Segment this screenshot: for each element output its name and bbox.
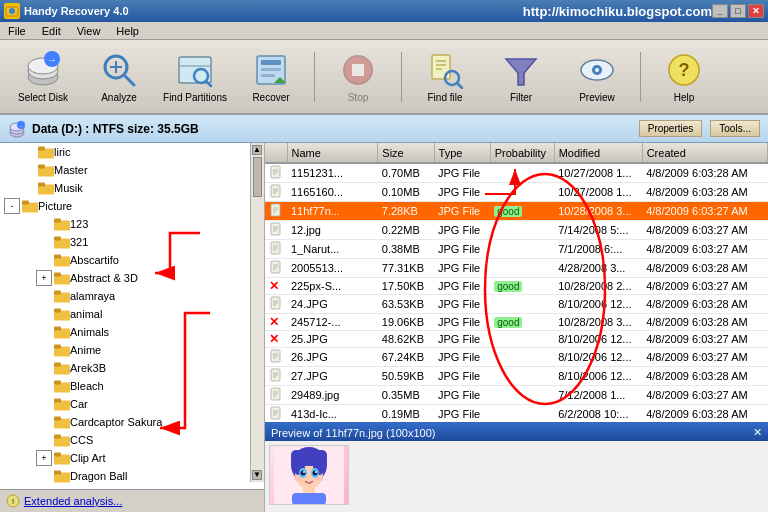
file-scroll[interactable]: Name Size Type Probability Modified Crea… xyxy=(265,143,768,422)
tree-item-liric[interactable]: liric xyxy=(0,143,264,161)
row-created-cell: 4/8/2009 6:03:28 AM xyxy=(642,405,767,423)
table-row[interactable]: 1151231...0.70MBJPG File10/27/2008 1...4… xyxy=(265,163,768,183)
row-created-cell: 4/8/2009 6:03:28 AM xyxy=(642,163,767,183)
menu-edit[interactable]: Edit xyxy=(38,25,65,37)
analyze-button[interactable]: Analyze xyxy=(84,44,154,109)
row-modified-cell: 6/2/2008 10:... xyxy=(554,405,642,423)
row-type-cell: JPG File xyxy=(434,386,490,405)
svg-point-137 xyxy=(316,477,324,481)
col-status[interactable] xyxy=(265,143,287,163)
table-row[interactable]: ✕25.JPG48.62KBJPG File8/10/2006 12...4/8… xyxy=(265,331,768,348)
table-row[interactable]: 11hf77n...7.28KBJPG Filegood10/28/2008 3… xyxy=(265,202,768,221)
svg-rect-58 xyxy=(54,309,61,313)
table-row[interactable]: 2005513...77.31KBJPG File4/28/2008 3...4… xyxy=(265,259,768,278)
row-created-cell: 4/8/2009 6:03:27 AM xyxy=(642,348,767,367)
svg-rect-46 xyxy=(22,201,29,205)
folder-icon-anime xyxy=(54,343,70,357)
tree-item-abscartifo[interactable]: Abscartifo xyxy=(0,251,264,269)
table-row[interactable]: ✕225px-S...17.50KBJPG Filegood10/28/2008… xyxy=(265,278,768,295)
tree-item-animal[interactable]: animal xyxy=(0,305,264,323)
svg-rect-74 xyxy=(54,453,61,457)
tree-item-musik[interactable]: Musik xyxy=(0,179,264,197)
no-expand-master xyxy=(20,162,36,178)
tree-item-car[interactable]: Car xyxy=(0,395,264,413)
close-button[interactable]: ✕ xyxy=(748,4,764,18)
preview-close-button[interactable]: ✕ xyxy=(753,426,762,439)
table-row[interactable]: 413d-Ic...0.19MBJPG File6/2/2008 10:...4… xyxy=(265,405,768,423)
find-partitions-button[interactable]: Find Partitions xyxy=(160,44,230,109)
row-status-cell xyxy=(265,183,287,202)
tree-item-clipart[interactable]: + Clip Art xyxy=(0,449,264,467)
table-row[interactable]: 1165160...0.10MBJPG File10/27/2008 1...4… xyxy=(265,183,768,202)
col-size[interactable]: Size xyxy=(378,143,434,163)
expand-abstract3d[interactable]: + xyxy=(36,270,52,286)
help-icon: ? xyxy=(664,50,704,90)
tree-label-master: Master xyxy=(54,164,88,176)
col-modified[interactable]: Modified xyxy=(554,143,642,163)
stop-button[interactable]: Stop xyxy=(323,44,393,109)
filter-button[interactable]: Filter xyxy=(486,44,556,109)
row-name-cell: 29489.jpg xyxy=(287,386,378,405)
good-badge: good xyxy=(494,317,522,328)
tools-button[interactable]: Tools... xyxy=(710,120,760,137)
table-row[interactable]: 27.JPG50.59KBJPG File8/10/2006 12...4/8/… xyxy=(265,367,768,386)
table-row[interactable]: 24.JPG63.53KBJPG File8/10/2006 12...4/8/… xyxy=(265,295,768,314)
help-label: Help xyxy=(674,92,695,103)
table-row[interactable]: 1_Narut...0.38MBJPG File7/1/2008 6:...4/… xyxy=(265,240,768,259)
col-created[interactable]: Created xyxy=(642,143,767,163)
menu-help[interactable]: Help xyxy=(112,25,143,37)
col-type[interactable]: Type xyxy=(434,143,490,163)
svg-point-134 xyxy=(303,471,305,473)
tree-label-bleach: Bleach xyxy=(70,380,104,392)
preview-content xyxy=(265,441,768,509)
tree-item-cardcaptor[interactable]: Cardcaptor Sakura xyxy=(0,413,264,431)
col-probability[interactable]: Probability xyxy=(490,143,554,163)
properties-button[interactable]: Properties xyxy=(639,120,703,137)
extended-analysis-link[interactable]: ! Extended analysis... xyxy=(0,489,264,512)
tree-item-master[interactable]: Master xyxy=(0,161,264,179)
row-size-cell: 48.62KB xyxy=(378,331,434,348)
row-modified-cell: 10/28/2008 3... xyxy=(554,314,642,331)
menu-file[interactable]: File xyxy=(4,25,30,37)
table-row[interactable]: ✕245712-...19.06KBJPG Filegood10/28/2008… xyxy=(265,314,768,331)
table-row[interactable]: 26.JPG67.24KBJPG File8/10/2006 12...4/8/… xyxy=(265,348,768,367)
titlebar: Handy Recovery 4.0 http://kimochiku.blog… xyxy=(0,0,768,22)
maximize-button[interactable]: □ xyxy=(730,4,746,18)
tree-item-dragonball[interactable]: Dragon Ball xyxy=(0,467,264,485)
tree-item-bleach[interactable]: Bleach xyxy=(0,377,264,395)
svg-marker-28 xyxy=(506,59,536,85)
tree-item-arek3b[interactable]: Arek3B xyxy=(0,359,264,377)
row-status-cell xyxy=(265,405,287,423)
menu-view[interactable]: View xyxy=(73,25,105,37)
svg-rect-54 xyxy=(54,273,61,277)
expand-picture[interactable]: - xyxy=(4,198,20,214)
svg-text:?: ? xyxy=(679,60,690,80)
toolbar-separator-2 xyxy=(401,52,402,102)
help-button[interactable]: ? Help xyxy=(649,44,719,109)
tree-item-animals[interactable]: Animals xyxy=(0,323,264,341)
window-controls[interactable]: _ □ ✕ xyxy=(712,4,764,18)
col-name[interactable]: Name xyxy=(287,143,378,163)
select-disk-button[interactable]: → Select Disk xyxy=(8,44,78,109)
tree-item-123[interactable]: 123 xyxy=(0,215,264,233)
tree-item-anime[interactable]: Anime xyxy=(0,341,264,359)
table-row[interactable]: 12.jpg0.22MBJPG File7/14/2008 5:...4/8/2… xyxy=(265,221,768,240)
minimize-button[interactable]: _ xyxy=(712,4,728,18)
file-doc-icon xyxy=(269,368,283,382)
preview-button[interactable]: Preview xyxy=(562,44,632,109)
tree-item-321[interactable]: 321 xyxy=(0,233,264,251)
tree-item-ccs[interactable]: CCS xyxy=(0,431,264,449)
find-file-label: Find file xyxy=(427,92,462,103)
tree-label-123: 123 xyxy=(70,218,88,230)
row-name-cell: 24.JPG xyxy=(287,295,378,314)
file-doc-icon xyxy=(269,387,283,401)
tree-item-abstract3d[interactable]: + Abstract & 3D xyxy=(0,269,264,287)
table-row[interactable]: 29489.jpg0.35MBJPG File7/12/2008 1...4/8… xyxy=(265,386,768,405)
tree-item-alamraya[interactable]: alamraya xyxy=(0,287,264,305)
expand-clipart[interactable]: + xyxy=(36,450,52,466)
tree-scrollbar[interactable]: ▲ ▼ xyxy=(250,143,264,482)
folder-icon-123 xyxy=(54,217,70,231)
find-file-button[interactable]: Find file xyxy=(410,44,480,109)
tree-item-picture[interactable]: - Picture xyxy=(0,197,264,215)
recover-button[interactable]: Recover xyxy=(236,44,306,109)
